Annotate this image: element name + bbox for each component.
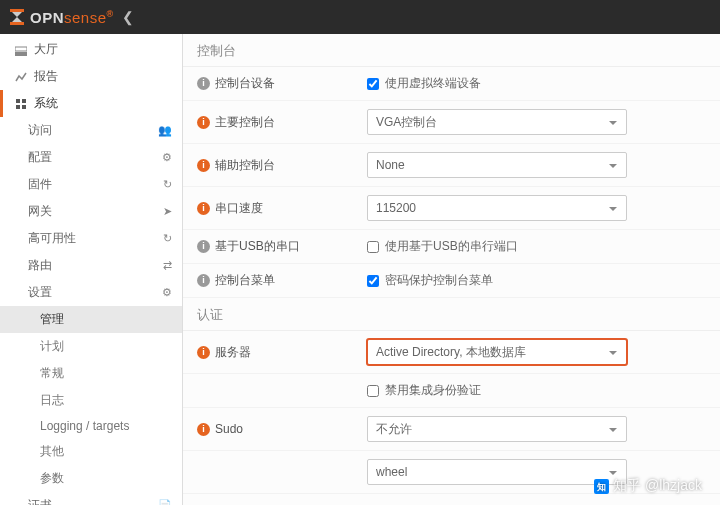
nav-set-tunables[interactable]: 参数 — [0, 465, 182, 492]
nav-sys-settings[interactable]: 设置⚙ — [0, 279, 182, 306]
svg-rect-1 — [10, 22, 24, 25]
nav-label: 管理 — [40, 311, 64, 328]
nav-label: 参数 — [40, 470, 64, 487]
nav-label: 报告 — [34, 68, 58, 85]
row-primary-console: i主要控制台 VGA控制台 — [183, 101, 720, 144]
nav-sys-routes[interactable]: 路由⇄ — [0, 252, 182, 279]
chart-icon — [15, 71, 27, 83]
select-value: Active Directory, 本地数据库 — [376, 344, 526, 361]
info-icon[interactable]: i — [197, 274, 210, 287]
brand-suffix: sense — [64, 9, 107, 26]
brand-name: OPN — [30, 9, 64, 26]
console-device-checkbox[interactable] — [367, 78, 379, 90]
nav-lobby[interactable]: 大厅 — [0, 36, 182, 63]
disable-integrated-checkbox[interactable] — [367, 385, 379, 397]
field-label: 控制台菜单 — [215, 272, 275, 289]
nav-set-logs[interactable]: 日志 — [0, 387, 182, 414]
field-label: 服务器 — [215, 344, 251, 361]
svg-rect-3 — [15, 47, 27, 51]
brand-logo[interactable]: OPNsense® — [8, 8, 114, 26]
select-value: None — [376, 158, 405, 172]
nav-label: 大厅 — [34, 41, 58, 58]
svg-rect-7 — [22, 105, 26, 109]
nav-label: 访问 — [28, 122, 52, 139]
nav-set-general[interactable]: 常规 — [0, 360, 182, 387]
nav-label: 高可用性 — [28, 230, 76, 247]
sliders-icon: ⚙ — [162, 151, 172, 164]
field-label: 辅助控制台 — [215, 157, 275, 174]
row-console-device: i控制台设备 使用虚拟终端设备 — [183, 67, 720, 101]
row-secondary-console: i辅助控制台 None — [183, 144, 720, 187]
svg-rect-5 — [22, 99, 26, 103]
info-icon[interactable]: i — [197, 159, 210, 172]
nav-set-misc[interactable]: 其他 — [0, 438, 182, 465]
nav-sys-gateway[interactable]: 网关➤ — [0, 198, 182, 225]
row-usb-serial: i基于USB的串口 使用基于USB的串行端口 — [183, 230, 720, 264]
nav-label: 其他 — [40, 443, 64, 460]
sudo-group-select[interactable]: wheel — [367, 459, 627, 485]
section-auth-header: 认证 — [183, 300, 720, 331]
topbar: OPNsense® ❮ — [0, 0, 720, 34]
gear-icon: ⚙ — [162, 286, 172, 299]
nav-report[interactable]: 报告 — [0, 63, 182, 90]
nav-sys-trust[interactable]: 证书📄 — [0, 492, 182, 505]
info-icon[interactable]: i — [197, 346, 210, 359]
row-disable-integrated: 禁用集成身份验证 — [183, 374, 720, 408]
shuffle-icon: ⇄ — [163, 259, 172, 272]
console-menu-checkbox[interactable] — [367, 275, 379, 287]
primary-console-select[interactable]: VGA控制台 — [367, 109, 627, 135]
select-value: wheel — [376, 465, 407, 479]
info-icon[interactable]: i — [197, 77, 210, 90]
info-icon[interactable]: i — [197, 116, 210, 129]
field-label: 主要控制台 — [215, 114, 275, 131]
nav-set-admin[interactable]: 管理 — [0, 306, 182, 333]
nav-label: Logging / targets — [40, 419, 129, 433]
collapse-sidebar-icon[interactable]: ❮ — [122, 9, 134, 25]
nav-sys-access[interactable]: 访问👥 — [0, 117, 182, 144]
row-auth-server: i服务器 Active Directory, 本地数据库 — [183, 331, 720, 374]
svg-rect-6 — [16, 105, 20, 109]
sudo-select[interactable]: 不允许 — [367, 416, 627, 442]
nav-label: 计划 — [40, 338, 64, 355]
row-sudo-group: wheel — [183, 451, 720, 494]
secondary-console-select[interactable]: None — [367, 152, 627, 178]
field-label: Sudo — [215, 422, 243, 436]
serial-speed-select[interactable]: 115200 — [367, 195, 627, 221]
nav-sys-config[interactable]: 配置⚙ — [0, 144, 182, 171]
info-icon[interactable]: i — [197, 423, 210, 436]
certificate-icon: 📄 — [158, 499, 172, 505]
checkbox-label: 密码保护控制台菜单 — [385, 272, 493, 289]
sidebar: 大厅 报告 系统 访问👥 配置⚙ 固件↻ 网关➤ 高可用性↻ 路由⇄ 设置⚙ 管… — [0, 34, 183, 505]
field-label: 串口速度 — [215, 200, 263, 217]
usb-serial-checkbox[interactable] — [367, 241, 379, 253]
auth-server-select[interactable]: Active Directory, 本地数据库 — [367, 339, 627, 365]
users-icon: 👥 — [158, 124, 172, 137]
checkbox-label: 禁用集成身份验证 — [385, 382, 481, 399]
location-arrow-icon: ➤ — [163, 205, 172, 218]
row-serial-speed: i串口速度 115200 — [183, 187, 720, 230]
info-icon[interactable]: i — [197, 240, 210, 253]
select-value: VGA控制台 — [376, 114, 437, 131]
row-console-menu: i控制台菜单 密码保护控制台菜单 — [183, 264, 720, 298]
nav-label: 日志 — [40, 392, 64, 409]
field-label: 控制台设备 — [215, 75, 275, 92]
svg-rect-4 — [16, 99, 20, 103]
checkbox-label: 使用虚拟终端设备 — [385, 75, 481, 92]
section-console-header: 控制台 — [183, 36, 720, 67]
svg-rect-2 — [15, 52, 27, 56]
nav-label: 常规 — [40, 365, 64, 382]
svg-rect-0 — [10, 9, 24, 12]
main-content: 控制台 i控制台设备 使用虚拟终端设备 i主要控制台 VGA控制台 i辅助控制台… — [183, 34, 720, 505]
nav-label: 固件 — [28, 176, 52, 193]
nav-sys-firmware[interactable]: 固件↻ — [0, 171, 182, 198]
nav-set-cron[interactable]: 计划 — [0, 333, 182, 360]
nav-label: 系统 — [34, 95, 58, 112]
nav-sys-ha[interactable]: 高可用性↻ — [0, 225, 182, 252]
info-icon[interactable]: i — [197, 202, 210, 215]
nav-label: 证书 — [28, 497, 52, 505]
nav-system[interactable]: 系统 — [0, 90, 182, 117]
nav-set-logging[interactable]: Logging / targets — [0, 414, 182, 438]
nav-label: 路由 — [28, 257, 52, 274]
refresh-icon: ↻ — [163, 232, 172, 245]
checkbox-label: 使用基于USB的串行端口 — [385, 238, 518, 255]
